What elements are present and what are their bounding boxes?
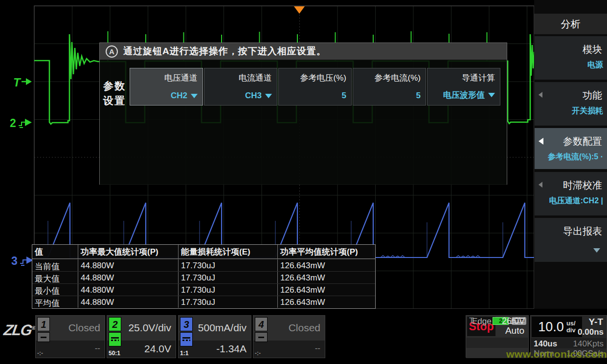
param-button-ref-current[interactable]: 参考电流(%) 5 <box>353 68 426 106</box>
analysis-sidebar: 分析 模块 电源 功能 开关损耗 参数配置 参考电流(%):5 · 时滞校准 电… <box>534 0 607 315</box>
row-label: 平均值 <box>32 296 78 308</box>
channel-scale: Closed <box>289 322 320 334</box>
measurement-table: 值 功率最大值统计项(P) 能量损耗统计项(E) 功率平均值统计项(P) 当前值… <box>32 244 376 309</box>
channel-4-badge: 4 <box>255 317 268 331</box>
cell-value: 126.643mW <box>278 272 375 283</box>
table-header: 功率最大值统计项(P) <box>78 245 179 258</box>
trigger-type: Edge <box>472 317 492 326</box>
param-settings-label: 参数设置 <box>103 79 128 108</box>
param-value-text: 5 <box>416 91 421 101</box>
dropdown-down-icon <box>593 248 600 253</box>
knob-hint-dialog: A 通过旋钮A进行选择操作，按下进入相应设置。 参数设置 电压通道 CH2 电流… <box>99 43 507 185</box>
trigger-level-marker[interactable]: T <box>13 76 32 89</box>
param-value-text: CH3 <box>245 91 262 101</box>
dropdown-arrow-icon <box>488 93 495 97</box>
ch2-offset-marker[interactable]: 2 <box>10 117 32 129</box>
channel-offset: -1.34A <box>216 343 247 355</box>
sidebar-item-function[interactable]: 功能 开关损耗 <box>535 82 607 126</box>
ch3-offset-marker[interactable]: 3 <box>11 255 33 267</box>
rising-edge-icon <box>507 317 524 325</box>
row-label: 最大值 <box>32 272 78 283</box>
param-button-row: 电压通道 CH2 电流通道 CH3 参考电压(%) 5 <box>130 68 500 106</box>
channel-3-panel[interactable]: 3 1:1 500mA/div -1.34A <box>178 315 251 358</box>
dropdown-arrow-icon <box>265 94 272 98</box>
channel-2-panel[interactable]: 2 50:1 25.0V/div 24.0V <box>107 315 176 358</box>
sidebar-item-value: 参考电流(%):5 · <box>548 152 603 162</box>
channel-row-bottom <box>253 341 325 358</box>
cell-value: 44.880W <box>78 296 179 308</box>
param-button-title: 参考电流(%) <box>375 72 421 84</box>
table-header-row: 值 功率最大值统计项(P) 能量损耗统计项(E) 功率平均值统计项(P) <box>32 245 375 259</box>
param-button-ref-voltage[interactable]: 参考电压(%) 5 <box>278 68 352 106</box>
cell-value: 44.880W <box>78 272 179 283</box>
logo-text: ZLG <box>3 321 33 339</box>
trigger-row-level <box>466 338 528 348</box>
table-header: 功率平均值统计项(P) <box>278 245 375 258</box>
trigger-delay: 0.00ns <box>578 327 604 337</box>
cell-value: 17.730uJ <box>179 272 278 283</box>
channel-4-panel[interactable]: 4 -:- Closed -- <box>253 315 325 358</box>
channel-1-badge: 1 <box>37 317 50 331</box>
knob-a-icon: A <box>106 45 118 58</box>
channel-1-panel[interactable]: 1 -:- Closed -- <box>35 315 105 358</box>
dialog-body: 参数设置 电压通道 CH2 电流通道 CH3 参 <box>100 60 507 185</box>
trigger-position-marker[interactable] <box>294 6 305 14</box>
param-value-text: CH2 <box>171 91 187 101</box>
cell-value: 126.643mW <box>278 284 375 296</box>
param-value-text: 5 <box>342 91 346 101</box>
param-button-current-channel[interactable]: 电流通道 CH3 <box>204 68 277 106</box>
sidebar-item-title: 功能 <box>583 89 602 102</box>
channel-2-badge: 2 <box>109 317 121 331</box>
sidebar-item-deskew[interactable]: 时滞校准 电压通道:CH2 | <box>535 172 607 215</box>
table-header: 能量损耗统计项(E) <box>179 245 278 258</box>
table-row: 最小值 44.880W 17.730uJ 126.643mW <box>32 283 375 296</box>
svg-text:3: 3 <box>11 255 18 267</box>
triangle-left-icon <box>539 138 543 145</box>
sidebar-item-title: 导出报表 <box>563 225 602 238</box>
param-button-value: CH2 <box>171 91 198 101</box>
cell-value: 126.643mW <box>278 259 375 271</box>
channel-offset: -- <box>315 343 320 353</box>
dc-coupling-icon <box>180 332 193 346</box>
chevron-left-icon <box>539 92 542 98</box>
cell-value: 126.643mW <box>278 296 375 308</box>
sidebar-item-value: 开关损耗 <box>572 106 603 116</box>
param-button-title: 参考电压(%) <box>300 72 346 84</box>
display-mode: Y-T <box>588 317 603 327</box>
probe-ratio: 1:1 <box>180 350 188 357</box>
param-button-value: CH3 <box>245 91 272 101</box>
sidebar-item-value: 电压通道:CH2 | <box>549 196 603 206</box>
table-row: 最大值 44.880W 17.730uJ 126.643mW <box>32 271 375 283</box>
sidebar-item-title: 时滞校准 <box>563 179 602 192</box>
param-button-value: 5 <box>416 91 421 101</box>
svg-text:2: 2 <box>10 117 16 129</box>
chevron-left-icon <box>539 182 542 188</box>
sidebar-item-param-config[interactable]: 参数配置 参考电流(%):5 · <box>535 128 607 169</box>
param-button-conduction-calc[interactable]: 导通计算 电压波形值 <box>427 68 500 106</box>
sidebar-item-module[interactable]: 模块 电源 <box>535 36 607 80</box>
watermark: www.cntronics.com <box>506 348 607 360</box>
table-header: 值 <box>32 245 78 258</box>
channel-scale: 500mA/div <box>198 322 247 334</box>
sidebar-item-title: 参数配置 <box>563 135 602 148</box>
probe-ratio: 50:1 <box>109 350 120 357</box>
oscilloscope-screen: T 2 3 A 通过旋钮A进行选择操作，按下进入相应设置。 参数设置 电压通道 <box>0 0 607 364</box>
sidebar-item-export-report[interactable]: 导出报表 <box>535 218 607 262</box>
cell-value: 17.730uJ <box>179 259 278 271</box>
sidebar-title: 分析 <box>534 14 607 34</box>
table-row: 平均值 44.880W 17.730uJ 126.643mW <box>32 296 375 308</box>
dialog-header: A 通过旋钮A进行选择操作，按下进入相应设置。 <box>100 43 507 60</box>
param-button-voltage-channel[interactable]: 电压通道 CH2 <box>130 68 203 106</box>
trigger-mode: Auto <box>505 325 524 336</box>
cell-value: 44.880W <box>78 284 179 296</box>
channel-offset: -- <box>95 343 100 353</box>
table-row: 当前值 44.880W 17.730uJ 126.643mW <box>32 259 375 271</box>
cell-value: 17.730uJ <box>179 296 278 308</box>
capture-window: 140us <box>534 339 557 349</box>
param-button-value: 电压波形值 <box>443 89 495 101</box>
param-button-value: 5 <box>342 91 346 101</box>
dc-coupling-icon <box>109 332 121 346</box>
timebase-scale: 10.0 <box>538 320 564 335</box>
timebase-row2: 140us 140Kpts <box>531 338 607 348</box>
timebase-unit: us/ div <box>566 320 576 333</box>
